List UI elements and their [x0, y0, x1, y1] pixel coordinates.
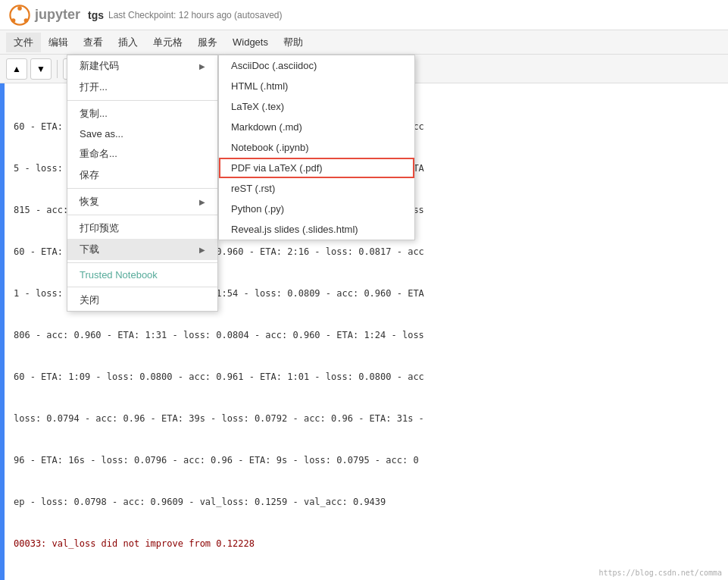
dropdown-item-restore[interactable]: 恢复: [67, 191, 217, 212]
dropdown-item-save-as[interactable]: Save as...: [67, 124, 217, 143]
dropdown-item-download[interactable]: 下载: [67, 239, 217, 260]
dropdown-item-print-preview[interactable]: 打印预览: [67, 218, 217, 239]
dropdown-item-open[interactable]: 打开...: [67, 77, 217, 98]
menu-edit[interactable]: 编辑: [41, 33, 76, 52]
header: jupyter tgs Last Checkpoint: 12 hours ag…: [0, 0, 728, 30]
menu-help[interactable]: 帮助: [276, 33, 311, 52]
submenu-pdf-latex[interactable]: PDF via LaTeX (.pdf): [219, 158, 414, 178]
submenu-asciidoc[interactable]: AsciiDoc (.asciidoc): [219, 55, 414, 76]
menu-service[interactable]: 服务: [190, 33, 225, 52]
submenu-markdown[interactable]: Markdown (.md): [219, 117, 414, 137]
output-line-7: 60 - ETA: 1:09 - loss: 0.0800 - acc: 0.9…: [14, 370, 719, 384]
menu-widgets[interactable]: Widgets: [225, 33, 276, 51]
dropdown-item-close[interactable]: 关闭: [67, 290, 217, 311]
menubar: 文件 编辑 查看 插入 单元格 服务 Widgets 帮助: [0, 30, 728, 55]
submenu-latex[interactable]: LaTeX (.tex): [219, 96, 414, 117]
dropdown-item-trusted[interactable]: Trusted Notebook: [67, 265, 217, 284]
dropdown-divider-3: [67, 215, 217, 215]
url-watermark: https://blog.csdn.net/comma: [598, 567, 722, 578]
output-line-8: loss: 0.0794 - acc: 0.96 - ETA: 39s - lo…: [14, 412, 719, 425]
dropdown-item-save[interactable]: 保存: [67, 165, 217, 186]
early-stopping-line-1: 00033: val_loss did not improve from 0.1…: [14, 537, 719, 550]
menu-cell[interactable]: 单元格: [145, 33, 190, 52]
menu-insert[interactable]: 插入: [111, 33, 145, 52]
dropdown-item-copy[interactable]: 复制...: [67, 103, 217, 124]
move-up-button[interactable]: ▲: [6, 58, 27, 80]
notebook-title[interactable]: tgs: [88, 9, 104, 21]
dropdown-divider-1: [67, 100, 217, 101]
menu-file[interactable]: 文件: [6, 33, 41, 52]
menu-view[interactable]: 查看: [76, 33, 111, 52]
app-name: jupyter: [35, 7, 80, 23]
submenu-reveal-js[interactable]: Reveal.js slides (.slides.html): [219, 219, 414, 240]
checkpoint-text: Last Checkpoint: 12 hours ago (autosaved…: [108, 10, 282, 20]
output-line-6: 806 - acc: 0.960 - ETA: 1:31 - loss: 0.0…: [14, 328, 719, 342]
submenu-notebook[interactable]: Notebook (.ipynb): [219, 137, 414, 158]
dropdown-item-rename[interactable]: 重命名...: [67, 143, 217, 165]
move-down-button[interactable]: ▼: [30, 58, 52, 80]
output-line-9: 96 - ETA: 16s - loss: 0.0796 - acc: 0.96…: [14, 453, 719, 467]
download-submenu: AsciiDoc (.asciidoc) HTML (.html) LaTeX …: [218, 55, 415, 240]
submenu-rst[interactable]: reST (.rst): [219, 178, 414, 199]
dropdown-divider-2: [67, 188, 217, 189]
dropdown-divider-4: [67, 262, 217, 263]
file-menu-dropdown: 新建代码 打开... 复制... Save as... 重命名... 保存 恢复…: [67, 55, 218, 312]
svg-point-3: [24, 18, 29, 23]
svg-point-2: [11, 18, 16, 23]
submenu-python[interactable]: Python (.py): [219, 199, 414, 219]
dropdown-divider-5: [67, 287, 217, 287]
output-line-10: ep - loss: 0.0798 - acc: 0.9609 - val_lo…: [14, 495, 719, 509]
submenu-html[interactable]: HTML (.html): [219, 76, 414, 96]
jupyter-logo-icon: [9, 5, 30, 26]
dropdown-item-new-code[interactable]: 新建代码: [67, 55, 217, 77]
svg-point-1: [17, 6, 22, 11]
toolbar-divider-1: [57, 60, 58, 78]
